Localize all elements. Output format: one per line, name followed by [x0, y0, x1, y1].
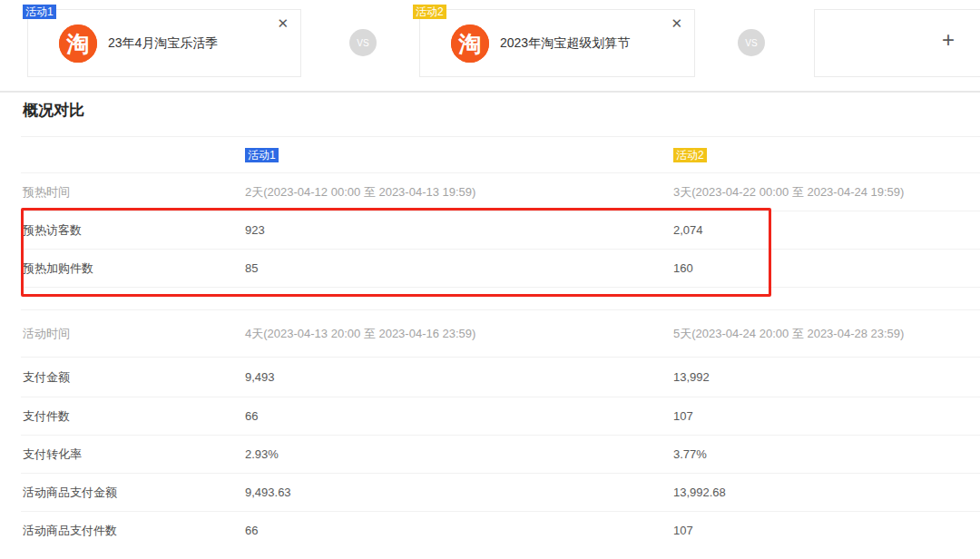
table-row: 支付转化率 2.93% 3.77% — [21, 435, 980, 473]
table-row: 预热加购件数 85 160 — [21, 249, 980, 287]
row-label: 支付金额 — [21, 369, 70, 386]
taobao-logo-icon: 淘 — [59, 25, 97, 63]
row-value-activity1: 66 — [245, 524, 258, 537]
row-value-activity2: 3天(2023-04-22 00:00 至 2023-04-24 19:59) — [673, 184, 904, 201]
page-title: 概况对比 — [23, 100, 84, 121]
column-badge-activity2: 活动2 — [673, 148, 707, 162]
column-badge-activity1: 活动1 — [245, 148, 279, 162]
add-activity-card[interactable] — [814, 9, 980, 77]
row-label: 支付转化率 — [21, 446, 82, 463]
table-section-gap — [21, 287, 980, 309]
table-row: 活动时间 4天(2023-04-13 20:00 至 2023-04-16 23… — [21, 309, 980, 357]
row-label: 预热时间 — [21, 184, 70, 201]
table-row: 预热访客数 923 2,074 — [21, 211, 980, 249]
activity1-card: 淘 23年4月淘宝乐活季 ✕ — [27, 9, 301, 77]
plus-icon[interactable]: + — [942, 29, 955, 51]
row-value-activity2: 107 — [673, 409, 693, 423]
close-icon[interactable]: ✕ — [671, 16, 682, 30]
table-row: 支付件数 66 107 — [21, 397, 980, 435]
overview-comparison-table: 活动1 活动2 预热时间 2天(2023-04-12 00:00 至 2023-… — [0, 136, 980, 549]
table-row: 预热时间 2天(2023-04-12 00:00 至 2023-04-13 19… — [21, 172, 980, 211]
taobao-logo-icon: 淘 — [451, 25, 489, 63]
activity1-badge: 活动1 — [23, 5, 56, 19]
row-value-activity2: 160 — [673, 261, 693, 275]
row-label: 活动时间 — [21, 326, 70, 342]
row-value-activity1: 9,493.63 — [245, 485, 291, 499]
row-value-activity1: 4天(2023-04-13 20:00 至 2023-04-16 23:59) — [245, 326, 475, 342]
row-value-activity1: 2.93% — [245, 447, 279, 461]
row-value-activity1: 85 — [245, 261, 258, 275]
row-value-activity1: 66 — [245, 409, 258, 423]
table-header-row: 活动1 活动2 — [21, 136, 980, 172]
activity2-card: 淘 2023年淘宝超级划算节 ✕ — [419, 9, 695, 77]
row-value-activity2: 107 — [673, 524, 693, 537]
row-value-activity2: 5天(2023-04-24 20:00 至 2023-04-28 23:59) — [673, 326, 904, 342]
row-value-activity1: 2天(2023-04-12 00:00 至 2023-04-13 19:59) — [245, 184, 475, 201]
vs-icon: VS — [738, 29, 765, 56]
vs-icon: VS — [349, 29, 377, 56]
row-label: 预热访客数 — [21, 222, 82, 239]
row-value-activity1: 923 — [245, 223, 265, 237]
row-label: 支付件数 — [21, 408, 70, 425]
row-value-activity2: 2,074 — [673, 223, 703, 237]
row-value-activity2: 13,992 — [673, 370, 710, 384]
row-label: 活动商品支付件数 — [21, 523, 117, 539]
close-icon[interactable]: ✕ — [277, 16, 289, 30]
row-value-activity1: 9,493 — [245, 370, 275, 384]
table-row: 活动商品支付金额 9,493.63 13,992.68 — [21, 473, 980, 511]
row-label: 预热加购件数 — [21, 260, 93, 277]
row-label: 活动商品支付金额 — [21, 485, 117, 501]
row-value-activity2: 3.77% — [673, 447, 707, 461]
table-row: 活动商品支付件数 66 107 — [21, 511, 980, 549]
header-divider — [0, 91, 980, 93]
activity1-name: 23年4月淘宝乐活季 — [108, 10, 218, 76]
table-row: 支付金额 9,493 13,992 — [21, 357, 980, 397]
activity2-badge: 活动2 — [413, 5, 446, 19]
row-value-activity2: 13,992.68 — [673, 485, 726, 499]
activity2-name: 2023年淘宝超级划算节 — [500, 10, 630, 76]
